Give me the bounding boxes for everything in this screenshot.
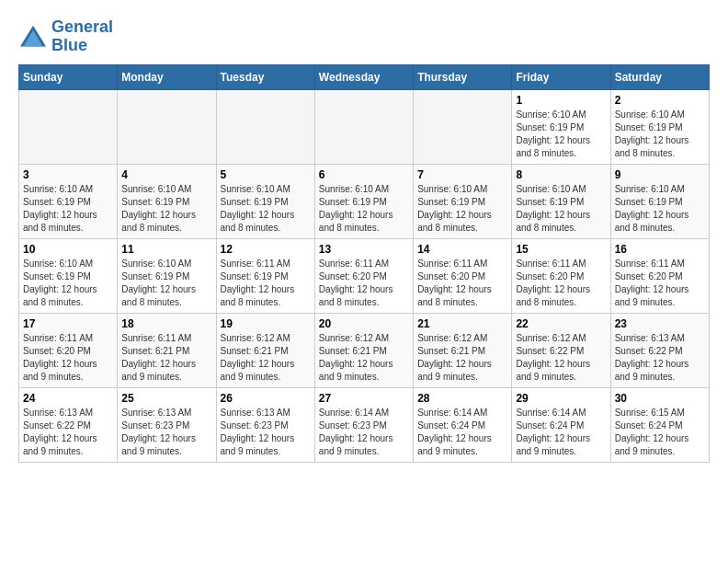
day-number: 6 xyxy=(319,168,409,181)
day-number: 10 xyxy=(23,243,113,256)
day-info: Sunrise: 6:12 AM Sunset: 6:21 PM Dayligh… xyxy=(417,332,507,384)
day-number: 26 xyxy=(221,392,311,405)
day-number: 20 xyxy=(319,317,409,330)
weekday-header: Friday xyxy=(512,64,610,89)
day-number: 14 xyxy=(417,243,507,256)
calendar-cell: 11Sunrise: 6:10 AM Sunset: 6:19 PM Dayli… xyxy=(118,238,216,313)
calendar-cell: 30Sunrise: 6:15 AM Sunset: 6:24 PM Dayli… xyxy=(610,387,709,462)
calendar-cell: 2Sunrise: 6:10 AM Sunset: 6:19 PM Daylig… xyxy=(610,89,709,164)
day-info: Sunrise: 6:11 AM Sunset: 6:20 PM Dayligh… xyxy=(23,332,113,384)
calendar-cell: 17Sunrise: 6:11 AM Sunset: 6:20 PM Dayli… xyxy=(19,313,118,387)
calendar-week-row: 3Sunrise: 6:10 AM Sunset: 6:19 PM Daylig… xyxy=(19,164,710,238)
day-info: Sunrise: 6:15 AM Sunset: 6:24 PM Dayligh… xyxy=(615,407,705,458)
day-info: Sunrise: 6:11 AM Sunset: 6:21 PM Dayligh… xyxy=(121,332,211,384)
calendar-cell: 14Sunrise: 6:11 AM Sunset: 6:20 PM Dayli… xyxy=(414,238,512,313)
day-info: Sunrise: 6:14 AM Sunset: 6:24 PM Dayligh… xyxy=(417,407,507,458)
day-number: 21 xyxy=(417,317,507,330)
calendar-cell: 25Sunrise: 6:13 AM Sunset: 6:23 PM Dayli… xyxy=(118,387,216,462)
day-info: Sunrise: 6:11 AM Sunset: 6:20 PM Dayligh… xyxy=(516,258,606,309)
day-number: 7 xyxy=(417,168,507,181)
calendar-cell: 15Sunrise: 6:11 AM Sunset: 6:20 PM Dayli… xyxy=(512,238,610,313)
day-info: Sunrise: 6:14 AM Sunset: 6:23 PM Dayligh… xyxy=(319,407,409,458)
logo-icon xyxy=(18,24,48,50)
logo-text: GeneralBlue xyxy=(51,18,113,55)
calendar-week-row: 1Sunrise: 6:10 AM Sunset: 6:19 PM Daylig… xyxy=(19,89,710,164)
calendar-cell: 5Sunrise: 6:10 AM Sunset: 6:19 PM Daylig… xyxy=(216,164,314,238)
calendar-cell: 29Sunrise: 6:14 AM Sunset: 6:24 PM Dayli… xyxy=(512,387,610,462)
day-info: Sunrise: 6:10 AM Sunset: 6:19 PM Dayligh… xyxy=(221,183,311,235)
weekday-header: Sunday xyxy=(19,64,118,89)
day-info: Sunrise: 6:10 AM Sunset: 6:19 PM Dayligh… xyxy=(121,258,211,309)
day-number: 18 xyxy=(121,317,211,330)
weekday-header: Wednesday xyxy=(314,64,413,89)
day-info: Sunrise: 6:13 AM Sunset: 6:22 PM Dayligh… xyxy=(23,407,113,458)
calendar-cell: 19Sunrise: 6:12 AM Sunset: 6:21 PM Dayli… xyxy=(216,313,314,387)
day-number: 9 xyxy=(615,168,705,181)
calendar-cell: 18Sunrise: 6:11 AM Sunset: 6:21 PM Dayli… xyxy=(118,313,216,387)
day-info: Sunrise: 6:12 AM Sunset: 6:21 PM Dayligh… xyxy=(319,332,409,384)
day-info: Sunrise: 6:13 AM Sunset: 6:23 PM Dayligh… xyxy=(221,407,311,458)
day-number: 25 xyxy=(121,392,211,405)
day-number: 30 xyxy=(615,392,705,405)
day-number: 17 xyxy=(23,317,113,330)
day-info: Sunrise: 6:13 AM Sunset: 6:22 PM Dayligh… xyxy=(615,332,705,384)
day-info: Sunrise: 6:10 AM Sunset: 6:19 PM Dayligh… xyxy=(23,183,113,235)
day-number: 8 xyxy=(516,168,606,181)
day-info: Sunrise: 6:10 AM Sunset: 6:19 PM Dayligh… xyxy=(516,109,606,160)
calendar-cell: 1Sunrise: 6:10 AM Sunset: 6:19 PM Daylig… xyxy=(512,89,610,164)
day-info: Sunrise: 6:10 AM Sunset: 6:19 PM Dayligh… xyxy=(319,183,409,235)
calendar-cell: 6Sunrise: 6:10 AM Sunset: 6:19 PM Daylig… xyxy=(314,164,413,238)
day-info: Sunrise: 6:10 AM Sunset: 6:19 PM Dayligh… xyxy=(615,183,705,235)
calendar-cell: 23Sunrise: 6:13 AM Sunset: 6:22 PM Dayli… xyxy=(610,313,709,387)
calendar-cell: 3Sunrise: 6:10 AM Sunset: 6:19 PM Daylig… xyxy=(19,164,118,238)
day-info: Sunrise: 6:12 AM Sunset: 6:22 PM Dayligh… xyxy=(516,332,606,384)
day-number: 24 xyxy=(23,392,113,405)
day-info: Sunrise: 6:10 AM Sunset: 6:19 PM Dayligh… xyxy=(615,109,705,160)
calendar-week-row: 24Sunrise: 6:13 AM Sunset: 6:22 PM Dayli… xyxy=(19,387,710,462)
day-number: 22 xyxy=(516,317,606,330)
calendar-cell: 4Sunrise: 6:10 AM Sunset: 6:19 PM Daylig… xyxy=(118,164,216,238)
weekday-header: Saturday xyxy=(610,64,709,89)
day-info: Sunrise: 6:11 AM Sunset: 6:19 PM Dayligh… xyxy=(221,258,311,309)
day-info: Sunrise: 6:11 AM Sunset: 6:20 PM Dayligh… xyxy=(319,258,409,309)
day-number: 23 xyxy=(615,317,705,330)
weekday-header: Tuesday xyxy=(216,64,314,89)
day-info: Sunrise: 6:10 AM Sunset: 6:19 PM Dayligh… xyxy=(121,183,211,235)
calendar-cell: 22Sunrise: 6:12 AM Sunset: 6:22 PM Dayli… xyxy=(512,313,610,387)
day-number: 4 xyxy=(121,168,211,181)
calendar-cell: 28Sunrise: 6:14 AM Sunset: 6:24 PM Dayli… xyxy=(414,387,512,462)
day-number: 16 xyxy=(615,243,705,256)
day-number: 5 xyxy=(221,168,311,181)
calendar-cell: 12Sunrise: 6:11 AM Sunset: 6:19 PM Dayli… xyxy=(216,238,314,313)
calendar-cell: 16Sunrise: 6:11 AM Sunset: 6:20 PM Dayli… xyxy=(610,238,709,313)
calendar-cell: 9Sunrise: 6:10 AM Sunset: 6:19 PM Daylig… xyxy=(610,164,709,238)
day-number: 11 xyxy=(121,243,211,256)
weekday-header-row: SundayMondayTuesdayWednesdayThursdayFrid… xyxy=(19,64,710,89)
day-info: Sunrise: 6:10 AM Sunset: 6:19 PM Dayligh… xyxy=(23,258,113,309)
page-header: GeneralBlue xyxy=(18,18,710,55)
calendar-cell xyxy=(314,89,413,164)
calendar-cell: 21Sunrise: 6:12 AM Sunset: 6:21 PM Dayli… xyxy=(414,313,512,387)
calendar-cell: 13Sunrise: 6:11 AM Sunset: 6:20 PM Dayli… xyxy=(314,238,413,313)
calendar-cell xyxy=(19,89,118,164)
day-info: Sunrise: 6:10 AM Sunset: 6:19 PM Dayligh… xyxy=(516,183,606,235)
calendar-cell: 8Sunrise: 6:10 AM Sunset: 6:19 PM Daylig… xyxy=(512,164,610,238)
weekday-header: Monday xyxy=(118,64,216,89)
logo: GeneralBlue xyxy=(18,18,113,55)
calendar-cell xyxy=(216,89,314,164)
calendar-cell: 20Sunrise: 6:12 AM Sunset: 6:21 PM Dayli… xyxy=(314,313,413,387)
day-info: Sunrise: 6:10 AM Sunset: 6:19 PM Dayligh… xyxy=(417,183,507,235)
calendar-cell: 26Sunrise: 6:13 AM Sunset: 6:23 PM Dayli… xyxy=(216,387,314,462)
day-number: 27 xyxy=(319,392,409,405)
calendar-cell: 24Sunrise: 6:13 AM Sunset: 6:22 PM Dayli… xyxy=(19,387,118,462)
day-number: 28 xyxy=(417,392,507,405)
calendar-week-row: 10Sunrise: 6:10 AM Sunset: 6:19 PM Dayli… xyxy=(19,238,710,313)
day-number: 1 xyxy=(516,94,606,107)
weekday-header: Thursday xyxy=(414,64,512,89)
day-info: Sunrise: 6:14 AM Sunset: 6:24 PM Dayligh… xyxy=(516,407,606,458)
day-info: Sunrise: 6:12 AM Sunset: 6:21 PM Dayligh… xyxy=(221,332,311,384)
calendar-table: SundayMondayTuesdayWednesdayThursdayFrid… xyxy=(18,64,710,463)
day-number: 15 xyxy=(516,243,606,256)
day-info: Sunrise: 6:11 AM Sunset: 6:20 PM Dayligh… xyxy=(615,258,705,309)
day-number: 2 xyxy=(615,94,705,107)
